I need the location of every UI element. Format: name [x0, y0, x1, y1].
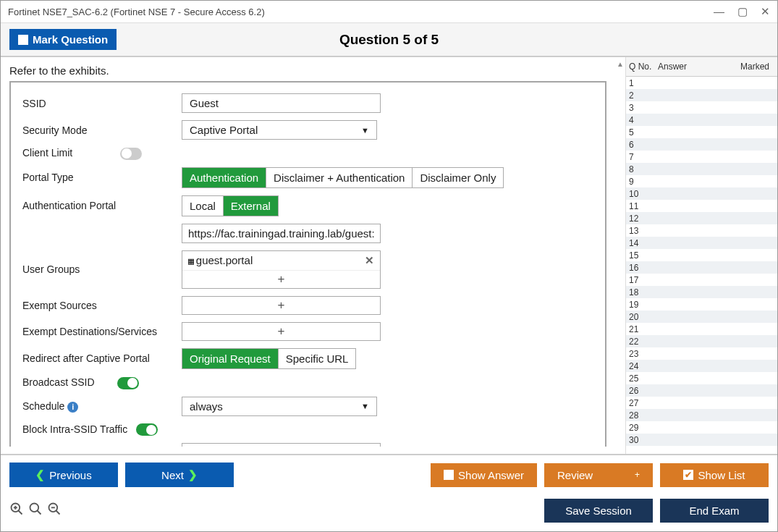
question-number: 10: [626, 189, 655, 199]
plus-icon: +: [635, 470, 640, 480]
save-session-button[interactable]: Save Session: [544, 499, 653, 523]
question-number: 20: [626, 312, 655, 322]
question-number: 5: [626, 127, 655, 138]
show-answer-button[interactable]: Show Answer: [431, 463, 537, 487]
question-number: 15: [626, 250, 655, 261]
question-row[interactable]: 24: [626, 360, 777, 372]
exempt-sources-add[interactable]: +: [182, 296, 381, 315]
question-row[interactable]: 10: [626, 187, 777, 200]
previous-button[interactable]: ❮ Previous: [9, 463, 118, 487]
schedule-dropdown[interactable]: always ▼: [182, 397, 377, 416]
portal-type-disclaimer-only[interactable]: Disclaimer Only: [413, 168, 503, 187]
block-intra-label: Block Intra-SSID Traffic: [22, 423, 127, 435]
question-row[interactable]: 8: [626, 163, 777, 175]
question-row[interactable]: 26: [626, 384, 777, 397]
review-button[interactable]: Review +: [544, 463, 653, 487]
question-number: 8: [626, 164, 655, 174]
auth-portal-segment: Local External: [182, 195, 279, 216]
question-number: 27: [626, 398, 655, 408]
schedule-label: Schedule: [22, 400, 64, 412]
question-row[interactable]: 12: [626, 212, 777, 224]
exhibit-scroll[interactable]: SSID Guest Security Mode Captive Portal …: [9, 81, 606, 447]
question-row[interactable]: 19: [626, 298, 777, 311]
minimize-icon[interactable]: —: [714, 5, 724, 18]
mark-question-button[interactable]: Mark Question: [9, 29, 117, 50]
question-row[interactable]: 29: [626, 421, 777, 434]
exempt-dest-add[interactable]: +: [182, 322, 381, 341]
add-user-group-button[interactable]: +: [182, 270, 380, 288]
question-row[interactable]: 18: [626, 286, 777, 298]
question-row[interactable]: 5: [626, 126, 777, 138]
question-row[interactable]: 6: [626, 138, 777, 151]
question-row[interactable]: 30: [626, 434, 777, 446]
question-list[interactable]: 1234567891011121314151617181920212223242…: [626, 77, 777, 454]
redirect-specific[interactable]: Specific URL: [279, 349, 356, 368]
chevron-right-icon: ❯: [188, 468, 198, 481]
user-groups-box[interactable]: ▦guest.portal ✕ +: [182, 250, 381, 289]
question-row[interactable]: 16: [626, 261, 777, 274]
block-intra-toggle[interactable]: [136, 423, 158, 436]
window-title: Fortinet NSE7_SAC-6.2 (Fortinet NSE 7 - …: [8, 7, 265, 17]
ssid-value[interactable]: Guest: [182, 93, 381, 113]
auth-portal-local[interactable]: Local: [182, 196, 224, 216]
question-row[interactable]: 14: [626, 237, 777, 249]
show-list-button[interactable]: ✔ Show List: [660, 463, 769, 487]
portal-type-disclaimer-auth[interactable]: Disclaimer + Authentication: [266, 168, 413, 187]
left-pane: Refer to the exhibits. SSID Guest Securi…: [1, 57, 615, 454]
question-row[interactable]: 9: [626, 175, 777, 187]
previous-label: Previous: [49, 469, 91, 481]
question-row[interactable]: 27: [626, 397, 777, 409]
question-row[interactable]: 7: [626, 151, 777, 163]
broadcast-ssid-toggle[interactable]: [117, 377, 139, 389]
info-icon[interactable]: i: [67, 402, 78, 413]
question-row[interactable]: 22: [626, 335, 777, 347]
user-groups-label: User Groups: [18, 247, 177, 292]
question-row[interactable]: 17: [626, 274, 777, 286]
close-icon[interactable]: ✕: [761, 5, 770, 18]
broadcast-supp-box[interactable]: ARPs for known clients ✕ DHCP Uplink ✕ +: [182, 443, 381, 447]
auth-portal-external[interactable]: External: [224, 196, 278, 216]
question-row[interactable]: 13: [626, 224, 777, 237]
question-row[interactable]: 2: [626, 89, 777, 101]
zoom-out-icon[interactable]: [47, 502, 62, 520]
ssid-label: SSID: [18, 90, 177, 117]
remove-group-icon[interactable]: ✕: [365, 254, 374, 267]
question-row[interactable]: 25: [626, 372, 777, 384]
zoom-in-icon[interactable]: [9, 502, 24, 520]
question-row[interactable]: 11: [626, 200, 777, 212]
chevron-down-icon: ▼: [361, 402, 369, 410]
portal-type-authentication[interactable]: Authentication: [182, 168, 266, 187]
auth-portal-url[interactable]: https://fac.trainingad.training.lab/gues…: [182, 224, 381, 243]
user-groups-value: guest.portal: [196, 254, 253, 266]
mark-checkbox-icon: [18, 35, 28, 45]
exempt-dest-label: Exempt Destinations/Services: [18, 318, 177, 345]
question-row[interactable]: 1: [626, 77, 777, 89]
next-button[interactable]: Next ❯: [125, 463, 234, 487]
auth-portal-label: Authentication Portal: [18, 192, 177, 220]
question-row[interactable]: 23: [626, 347, 777, 360]
group-icon: ▦: [188, 256, 193, 266]
header-bar: Mark Question Question 5 of 5: [1, 23, 777, 57]
question-row[interactable]: 21: [626, 323, 777, 335]
question-row[interactable]: 4: [626, 114, 777, 126]
client-limit-toggle[interactable]: [120, 148, 142, 160]
question-row[interactable]: 20: [626, 311, 777, 323]
exhibit-panel: SSID Guest Security Mode Captive Portal …: [9, 81, 606, 447]
maximize-icon[interactable]: ▢: [737, 5, 748, 18]
question-number: 12: [626, 214, 655, 224]
window-controls: — ▢ ✕: [714, 5, 770, 18]
schedule-value: always: [190, 400, 223, 413]
end-exam-button[interactable]: End Exam: [660, 499, 769, 523]
question-title: Question 5 of 5: [339, 32, 439, 48]
scroll-up-indicator[interactable]: ▲: [615, 57, 625, 454]
question-row[interactable]: 15: [626, 249, 777, 261]
zoom-reset-icon[interactable]: [28, 502, 43, 520]
redirect-original[interactable]: Original Request: [182, 349, 279, 368]
mark-question-label: Mark Question: [33, 33, 108, 46]
security-mode-dropdown[interactable]: Captive Portal ▼: [182, 120, 377, 140]
question-number: 19: [626, 300, 655, 310]
question-row[interactable]: 3: [626, 101, 777, 114]
question-list-pane: Q No. Answer Marked 12345678910111213141…: [625, 57, 777, 454]
question-number: 17: [626, 275, 655, 285]
question-row[interactable]: 28: [626, 409, 777, 421]
